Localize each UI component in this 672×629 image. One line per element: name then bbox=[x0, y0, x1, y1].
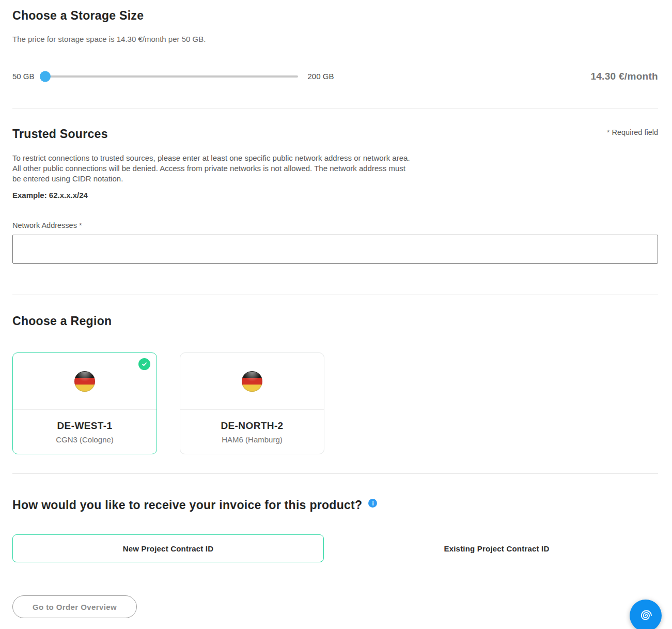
fingerprint-privacy-button[interactable] bbox=[630, 600, 662, 629]
storage-size-section: Choose a Storage Size The price for stor… bbox=[12, 8, 658, 82]
slider-max-label: 200 GB bbox=[308, 72, 334, 81]
network-addresses-label: Network Addresses * bbox=[12, 221, 658, 229]
storage-price-description: The price for storage space is 14.30 €/m… bbox=[12, 35, 658, 44]
storage-monthly-price: 14.30 €/month bbox=[590, 71, 658, 82]
required-field-note: * Required field bbox=[607, 127, 658, 136]
trusted-sources-description: To restrict connections to trusted sourc… bbox=[12, 153, 410, 184]
slider-handle[interactable] bbox=[40, 71, 51, 82]
region-card-list: DE-WEST-1 CGN3 (Cologne) DE-NORTH-2 HAM6… bbox=[12, 352, 658, 454]
section-divider bbox=[12, 295, 658, 295]
region-location: HAM6 (Hamburg) bbox=[222, 435, 283, 444]
storage-size-slider-row: 50 GB 200 GB 14.30 €/month bbox=[12, 71, 658, 82]
go-to-order-overview-button[interactable]: Go to Order Overview bbox=[12, 595, 137, 618]
section-divider bbox=[12, 473, 658, 474]
storage-size-slider[interactable] bbox=[45, 71, 298, 82]
fingerprint-icon bbox=[637, 607, 654, 624]
new-project-contract-button[interactable]: New Project Contract ID bbox=[12, 534, 324, 562]
network-addresses-input[interactable] bbox=[12, 235, 658, 264]
region-title: Choose a Region bbox=[12, 314, 658, 328]
existing-project-contract-button[interactable]: Existing Project Contract ID bbox=[335, 534, 658, 562]
order-form: Choose a Storage Size The price for stor… bbox=[0, 0, 672, 618]
section-divider bbox=[12, 109, 658, 109]
slider-track[interactable] bbox=[45, 75, 298, 78]
region-section: Choose a Region DE-WEST-1 CGN3 (Cologne) bbox=[12, 314, 658, 454]
slider-min-label: 50 GB bbox=[12, 72, 35, 81]
cidr-example: Example: 62.x.x.x/24 bbox=[12, 191, 658, 200]
storage-size-title: Choose a Storage Size bbox=[12, 8, 658, 23]
invoice-title: How would you like to receive your invoi… bbox=[12, 498, 362, 512]
invoice-section: How would you like to receive your invoi… bbox=[12, 498, 658, 562]
invoice-option-list: New Project Contract ID Existing Project… bbox=[12, 534, 658, 562]
germany-flag-icon bbox=[74, 371, 95, 392]
trusted-sources-title: Trusted Sources bbox=[12, 127, 108, 141]
germany-flag-icon bbox=[242, 371, 262, 392]
region-location: CGN3 (Cologne) bbox=[56, 435, 114, 444]
region-name: DE-NORTH-2 bbox=[221, 420, 283, 432]
region-card-de-west-1[interactable]: DE-WEST-1 CGN3 (Cologne) bbox=[12, 352, 157, 454]
trusted-sources-section: Trusted Sources * Required field To rest… bbox=[12, 127, 658, 264]
region-name: DE-WEST-1 bbox=[57, 420, 112, 432]
info-icon[interactable]: i bbox=[368, 499, 377, 508]
selected-check-icon bbox=[138, 358, 150, 370]
region-card-de-north-2[interactable]: DE-NORTH-2 HAM6 (Hamburg) bbox=[180, 352, 324, 454]
